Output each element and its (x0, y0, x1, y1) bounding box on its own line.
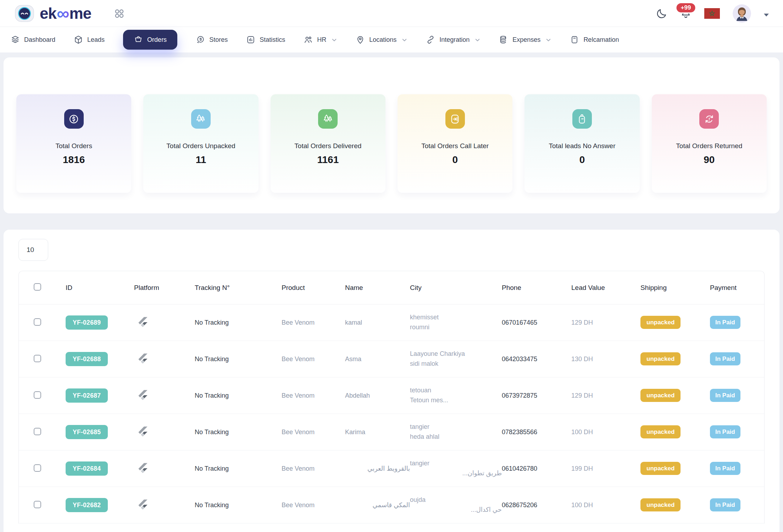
row-checkbox[interactable] (34, 464, 41, 472)
table-row: YF-02682 No Tracking Bee Venom المكي قاس… (19, 487, 764, 523)
platform-flutter-icon (134, 463, 148, 473)
stat-card-value: 0 (398, 154, 512, 166)
morocco-flag-icon[interactable] (704, 8, 720, 19)
chevron-down-icon (545, 37, 551, 43)
column-header: Phone (502, 284, 571, 292)
coin-icon (196, 35, 205, 44)
product-cell: Bee Venom (282, 319, 345, 326)
main-nav: DashboardLeadsOrdersStoresStatisticsHRLo… (0, 27, 783, 52)
nav-item-integration[interactable]: Integration (426, 35, 481, 44)
shipping-status-badge[interactable]: unpacked (640, 316, 681, 329)
row-checkbox[interactable] (34, 355, 41, 362)
customer-name-cell: المكي قاسمي (345, 501, 410, 509)
apps-grid-icon[interactable] (113, 7, 125, 19)
order-id-badge[interactable]: YF-02685 (66, 425, 108, 439)
shipping-status-badge[interactable]: unpacked (640, 389, 681, 402)
notifications-bell-icon[interactable]: +99 (680, 8, 692, 19)
stats-panel: Total Orders1816Total Orders Unpacked11T… (4, 57, 779, 213)
customer-name-cell: بالقرويط العربي (345, 465, 410, 472)
nav-item-hr[interactable]: HR (304, 35, 337, 44)
shipping-status-badge[interactable]: unpacked (640, 462, 681, 475)
tracking-cell: No Tracking (195, 319, 282, 326)
row-checkbox[interactable] (34, 428, 41, 435)
phone-cell: 0610426780 (502, 465, 571, 472)
nav-item-relcamation[interactable]: Relcamation (570, 35, 619, 44)
nav-item-label: Dashboard (24, 36, 55, 44)
payment-status-badge[interactable]: In Paid (710, 498, 740, 511)
table-header-row: IDPlatformTracking N°ProductNameCityPhon… (19, 271, 764, 304)
lead-value-cell: 130 DH (571, 355, 640, 363)
payment-status-badge[interactable]: In Paid (710, 462, 740, 475)
city-cell: khemisset roumni (410, 313, 502, 332)
nav-item-statistics[interactable]: Statistics (246, 35, 285, 44)
city-cell: tangier طريق تطوان... (410, 459, 502, 478)
layers-icon (11, 35, 20, 44)
platform-flutter-icon (134, 390, 148, 400)
stat-card-label: Total Orders Unpacked (143, 142, 258, 150)
nav-item-locations[interactable]: Locations (356, 35, 407, 44)
nav-item-label: Locations (369, 36, 396, 44)
city-cell: Laayoune Charkiya sidi malok (410, 349, 502, 369)
payment-status-badge[interactable]: In Paid (710, 316, 740, 329)
tracking-cell: No Tracking (195, 355, 282, 363)
nav-item-label: HR (317, 36, 326, 44)
customer-name-cell: kamal (345, 319, 410, 326)
stat-card: Total Orders Delivered1161 (271, 94, 385, 193)
stat-card-value: 11 (143, 154, 258, 166)
dark-mode-moon-icon[interactable] (656, 8, 667, 19)
lead-value-cell: 100 DH (571, 502, 640, 509)
nav-item-label: Statistics (260, 36, 285, 44)
product-cell: Bee Venom (282, 429, 345, 436)
return-icon (699, 109, 719, 129)
stat-card-label: Total Orders Call Later (398, 142, 512, 150)
order-id-badge[interactable]: YF-02689 (66, 315, 108, 330)
nav-item-dashboard[interactable]: Dashboard (11, 35, 55, 44)
platform-flutter-icon (134, 426, 148, 437)
order-id-badge[interactable]: YF-02682 (66, 498, 108, 512)
tracking-cell: No Tracking (195, 392, 282, 399)
nav-item-stores[interactable]: Stores (196, 35, 228, 44)
stat-card: Total Orders Unpacked11 (143, 94, 258, 193)
phone-cell: 0628675206 (502, 502, 571, 509)
nav-item-orders[interactable]: Orders (123, 30, 177, 50)
tracking-cell: No Tracking (195, 502, 282, 509)
shipping-status-badge[interactable]: unpacked (640, 498, 681, 511)
customer-name-cell: Asma (345, 355, 410, 363)
payment-status-badge[interactable]: In Paid (710, 425, 740, 438)
order-id-badge[interactable]: YF-02688 (66, 352, 108, 366)
payment-status-badge[interactable]: In Paid (710, 389, 740, 402)
city-cell: oujda حي اكدال... (410, 495, 502, 515)
brand-logo[interactable]: ek∞me (14, 3, 91, 24)
dollar-circle-icon (64, 109, 84, 129)
row-checkbox[interactable] (34, 391, 41, 399)
phone-cell: 0673972875 (502, 392, 571, 399)
coins-icon (499, 35, 508, 44)
page: ek∞me +99 (0, 0, 783, 532)
customer-name-cell: Abdellah (345, 392, 410, 399)
column-header: Payment (710, 284, 764, 292)
topbar: ek∞me +99 (0, 0, 783, 27)
card-icon (570, 35, 579, 44)
stat-card-label: Total Orders Returned (652, 142, 767, 150)
customer-name-cell: Karima (345, 429, 410, 436)
column-header: City (410, 284, 502, 292)
product-cell: Bee Venom (282, 392, 345, 399)
table-row: YF-02685 No Tracking Bee Venom Karima ta… (19, 414, 764, 450)
page-size-select[interactable]: 10 (18, 239, 48, 261)
select-all-checkbox[interactable] (34, 283, 41, 291)
profile-caret-icon[interactable] (764, 12, 769, 15)
user-avatar[interactable] (733, 4, 751, 23)
order-id-badge[interactable]: YF-02684 (66, 461, 108, 476)
stat-card-value: 1161 (271, 154, 385, 166)
nav-item-leads[interactable]: Leads (74, 35, 105, 44)
shipping-status-badge[interactable]: unpacked (640, 352, 681, 365)
product-cell: Bee Venom (282, 502, 345, 509)
order-id-badge[interactable]: YF-02687 (66, 388, 108, 403)
notification-badge: +99 (676, 2, 696, 13)
shipping-status-badge[interactable]: unpacked (640, 425, 681, 438)
row-checkbox[interactable] (34, 318, 41, 326)
nav-item-expenses[interactable]: Expenses (499, 35, 551, 44)
payment-status-badge[interactable]: In Paid (710, 352, 740, 365)
row-checkbox[interactable] (34, 501, 41, 508)
nav-item-label: Leads (87, 36, 105, 44)
